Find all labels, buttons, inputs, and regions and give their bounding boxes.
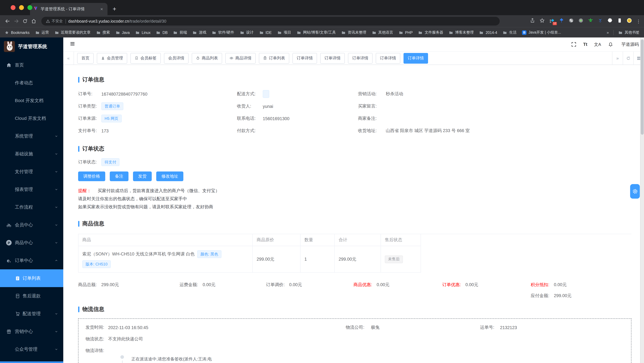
sidebar-item-order-list[interactable]: 订单列表 bbox=[0, 269, 63, 287]
bookmark-folder[interactable]: PHP bbox=[399, 30, 413, 35]
settings-button[interactable] bbox=[630, 184, 640, 199]
extension-command-icon[interactable] bbox=[568, 18, 574, 25]
bookmarks-root[interactable]: Bookmarks bbox=[4, 30, 30, 35]
gear-icon bbox=[632, 188, 638, 194]
tab-order-detail[interactable]: 订单详情 bbox=[376, 53, 400, 64]
extension-panel-icon[interactable] bbox=[617, 18, 622, 25]
security-indicator[interactable]: 不安全 bbox=[46, 19, 63, 24]
tab-order-detail[interactable]: 订单详情 bbox=[348, 53, 372, 64]
tab-member-detail[interactable]: 会员详情 bbox=[164, 53, 188, 64]
tab-product-detail[interactable]: 商品详情 bbox=[225, 53, 256, 64]
bookmark-folder[interactable]: 前端 bbox=[173, 30, 187, 35]
tabs-scroll-left-icon[interactable]: « bbox=[63, 52, 74, 65]
bookmark-folder[interactable]: 文件服务器 bbox=[418, 30, 443, 35]
sidebar-item-reports[interactable]: 报表管理 bbox=[0, 181, 63, 198]
language-icon[interactable]: 文A bbox=[594, 42, 601, 47]
share-icon[interactable] bbox=[530, 18, 535, 25]
sidebar-item-workflow[interactable]: 工作流程 bbox=[0, 198, 63, 216]
bookmark-folder[interactable]: 资讯未整理 bbox=[341, 30, 366, 35]
bookmark-folder[interactable]: 项目 bbox=[277, 30, 291, 35]
extension-star-icon[interactable] bbox=[588, 18, 593, 25]
reload-button[interactable] bbox=[21, 17, 30, 26]
bookmark-folder[interactable]: 游戏 bbox=[192, 30, 206, 35]
bookmark-folder[interactable]: 其他语言 bbox=[372, 30, 393, 35]
tab-order-list[interactable]: 订单列表 bbox=[259, 53, 289, 64]
tab-home[interactable]: 首页 bbox=[77, 53, 94, 64]
bookmark-folder[interactable]: 运营 bbox=[35, 30, 49, 35]
browser-tab[interactable]: 芋道管理系统 - 订单详情 × bbox=[30, 3, 108, 15]
profile-avatar[interactable] bbox=[626, 18, 632, 25]
forward-button[interactable] bbox=[12, 17, 21, 26]
column-header: 售后状态 bbox=[381, 234, 421, 246]
fullscreen-icon[interactable] bbox=[571, 42, 576, 47]
sidebar-item-official-account[interactable]: 公众号管理 bbox=[0, 340, 63, 358]
timeline-rail bbox=[120, 355, 124, 363]
menu-collapse-icon[interactable] bbox=[70, 41, 75, 48]
bookmark-folder[interactable]: 软件/硬件 bbox=[212, 30, 234, 35]
refresh-tab-icon[interactable] bbox=[623, 52, 633, 65]
zoom-window-button[interactable] bbox=[28, 5, 32, 10]
bookmark-folder[interactable]: 生活 bbox=[503, 30, 517, 35]
browser-menu-icon[interactable]: ⋮ bbox=[636, 19, 641, 24]
new-tab-button[interactable]: + bbox=[113, 6, 116, 13]
sidebar: 芋道管理系统 首页 作者动态 Boot 开发文档 Cloud 开发文档 系统管理 bbox=[0, 38, 63, 363]
sidebar-item-cloud-docs[interactable]: Cloud 开发文档 bbox=[0, 110, 63, 127]
bookmark-folder[interactable]: DB bbox=[156, 30, 168, 35]
bookmark-star-icon[interactable] bbox=[540, 18, 545, 25]
sidebar-item-delivery-mgmt[interactable]: 配送管理 bbox=[0, 305, 63, 323]
bookmark-folder[interactable]: 近期需要读的文章 bbox=[54, 30, 90, 35]
back-button[interactable] bbox=[3, 17, 12, 26]
tab-title: 芋道管理系统 - 订单详情 bbox=[41, 6, 96, 12]
sidebar-item-infra[interactable]: 基础设施 bbox=[0, 145, 63, 163]
page-scrollbar[interactable] bbox=[640, 38, 644, 363]
current-user[interactable]: 芋道源码 bbox=[622, 42, 639, 47]
sidebar-item-home[interactable]: 首页 bbox=[0, 56, 63, 74]
adjust-price-button[interactable]: 调整价格 bbox=[78, 171, 105, 181]
notification-bell-icon[interactable] bbox=[608, 42, 613, 47]
order-info-grid: 订单号:1674807288407797760 配送方式: 营销活动:秒杀活动 … bbox=[78, 88, 632, 137]
tab-order-detail[interactable]: 订单详情 bbox=[292, 53, 317, 64]
address-bar[interactable]: 不安全 dashboard-vue3.yudao.iocoder.cn/trad… bbox=[41, 17, 500, 26]
sidebar-item-author-news[interactable]: 作者动态 bbox=[0, 74, 63, 92]
close-tab-icon[interactable]: × bbox=[99, 7, 104, 12]
bookmarks-overflow-icon[interactable]: » bbox=[607, 30, 609, 35]
font-size-icon[interactable]: Tt bbox=[583, 42, 587, 47]
tab-order-detail[interactable]: 订单详情 bbox=[320, 53, 345, 64]
bookmark-folder[interactable]: Java bbox=[116, 30, 130, 35]
bookmark-folder[interactable]: IDE bbox=[259, 30, 272, 35]
sidebar-item-after-sale-refund[interactable]: 售后退款 bbox=[0, 287, 63, 305]
tab-member-mgmt[interactable]: 会员管理 bbox=[97, 53, 127, 64]
minimize-window-button[interactable] bbox=[19, 5, 24, 10]
tab-product-list[interactable]: 商品列表 bbox=[192, 53, 222, 64]
sidebar-item-order-center[interactable]: e. 订单中心 bbox=[0, 252, 63, 269]
sidebar-item-system[interactable]: 系统管理 bbox=[0, 127, 63, 145]
scrollbar-thumb[interactable] bbox=[641, 39, 644, 135]
app-logo[interactable]: 芋道管理系统 bbox=[0, 39, 63, 54]
remark-button[interactable]: 备注 bbox=[110, 171, 128, 181]
extension-tabs-icon[interactable]: 12 bbox=[549, 19, 554, 24]
sidebar-item-member-center[interactable]: 会员中心 bbox=[0, 216, 63, 234]
bookmark-folder[interactable]: 搜索 bbox=[96, 30, 110, 35]
bookmark-site[interactable]: BJava开发 | 小组首... bbox=[522, 30, 561, 35]
close-window-button[interactable] bbox=[11, 5, 16, 10]
tabs-scroll-right-icon[interactable]: » bbox=[612, 52, 623, 65]
sidebar-item-product-center[interactable]: P 商品中心 bbox=[0, 234, 63, 252]
sidebar-item-payment[interactable]: 支付管理 bbox=[0, 163, 63, 181]
bookmark-folder[interactable]: 设计 bbox=[240, 30, 254, 35]
tab-member-tags[interactable]: 会员标签 bbox=[130, 53, 161, 64]
extension-balloon-icon[interactable] bbox=[559, 18, 564, 25]
edit-address-button[interactable]: 修改地址 bbox=[156, 171, 183, 181]
other-bookmarks[interactable]: 其他书签 bbox=[618, 30, 640, 35]
bookmark-folder[interactable]: 2014-4 bbox=[479, 30, 497, 35]
extensions-puzzle-icon[interactable] bbox=[607, 18, 613, 25]
ship-button[interactable]: 发货 bbox=[133, 171, 152, 181]
bookmark-folder[interactable]: 博客未整理 bbox=[449, 30, 474, 35]
sidebar-item-marketing-center[interactable]: 营销中心 bbox=[0, 323, 63, 340]
bookmark-folder[interactable]: 网站/博客/文章/工具 bbox=[296, 30, 336, 35]
extension-record-icon[interactable] bbox=[578, 18, 584, 25]
bookmark-folder[interactable]: Linux bbox=[135, 30, 150, 35]
home-button[interactable] bbox=[30, 17, 38, 26]
extension-chevrons-icon[interactable] bbox=[598, 18, 603, 25]
sidebar-item-boot-docs[interactable]: Boot 开发文档 bbox=[0, 92, 63, 110]
tab-order-detail-active[interactable]: 订单详情 bbox=[404, 53, 428, 64]
